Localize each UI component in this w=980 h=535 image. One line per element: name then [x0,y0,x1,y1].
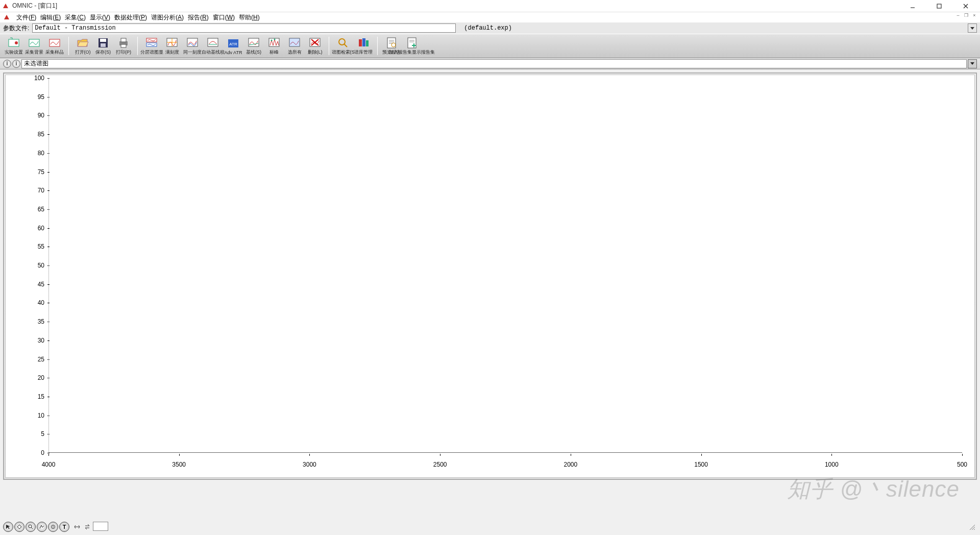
svg-marker-0 [3,4,8,8]
y-tick-label: 90 [9,112,44,119]
parameter-row: 参数文件: (default.exp) [0,22,980,34]
library-search-button[interactable]: 谱图检索(S [333,35,353,57]
stacked-overlay-button[interactable]: 分层谱图显 [142,35,161,57]
region-tool[interactable] [14,522,24,532]
annotation-tool[interactable] [48,522,58,532]
adv-atr-button[interactable]: ATRAdv ATR [224,36,243,56]
menu-p[interactable]: 数据处理(P) [112,13,149,22]
param-dropdown[interactable] [968,23,977,33]
spectrum-title-input[interactable] [21,59,967,68]
svg-line-51 [31,527,33,529]
x-tick-label: 3000 [303,461,316,468]
library-manage-icon [357,36,370,48]
chart-canvas[interactable]: 0510152025303540455055606570758085909510… [5,75,975,478]
auto-baseline-button[interactable]: 自动基线校 [203,35,223,57]
select-all-icon [288,36,301,48]
save-button[interactable]: 保存(S) [93,35,113,57]
mdi-close[interactable]: × [971,12,978,18]
delete-button[interactable]: 删除(L) [305,35,325,57]
menu-e[interactable]: 编辑(E) [38,13,63,22]
experiment-setup-icon [7,36,20,48]
find-peaks-button[interactable]: 标峰 [264,35,284,57]
select-all-button[interactable]: 选所有 [285,35,304,57]
y-tick-label: 10 [9,412,44,419]
svg-rect-13 [101,43,106,47]
range-expand[interactable] [72,522,82,532]
svg-marker-48 [970,62,974,65]
info-prev-button[interactable]: i [3,60,11,68]
library-manage-button[interactable]: 谱库管理 [354,35,373,57]
chart-frame: 0510152025303540455055606570758085909510… [3,72,977,480]
print-button[interactable]: 打印(P) [114,35,133,57]
y-tick-label: 80 [9,150,44,157]
spectrum-title-row: i i [0,58,980,69]
menu-c[interactable]: 采集(C) [63,13,88,22]
toolbar-label: 分层谱图显 [140,49,163,56]
open-icon [76,36,89,48]
spectrum-title-dropdown[interactable] [968,59,977,68]
minimize-button[interactable] [905,1,920,11]
common-scale-icon [186,36,199,48]
toolbar-label: 满刻度 [165,49,179,56]
main-toolbar: 实验设置采集背景采集样品打开(O)保存(S)打印(P)分层谱图显满刻度同一刻度自… [0,34,980,58]
x-tick-mark [440,454,440,456]
info-next-button[interactable]: i [12,60,20,68]
y-tick-label: 100 [9,75,44,82]
svg-point-28 [271,40,273,41]
toolbar-label: 打开(O) [75,49,91,56]
open-button[interactable]: 打开(O) [73,35,92,57]
menu-h[interactable]: 帮助(H) [237,13,262,22]
stacked-overlay-icon [145,36,158,48]
common-scale-button[interactable]: 同一刻度 [183,35,202,57]
add-report-icon [405,36,419,48]
menu-f[interactable]: 文件(F) [14,13,38,22]
y-tick-label: 0 [9,449,44,456]
resize-handle[interactable] [968,523,978,533]
svg-rect-39 [366,40,369,46]
full-scale-button[interactable]: 满刻度 [162,35,182,57]
x-tick-mark [309,454,310,456]
param-file-input[interactable] [32,23,456,33]
collect-sample-button[interactable]: 采集样品 [45,35,64,57]
svg-marker-49 [6,525,10,529]
find-peaks-icon [267,36,281,48]
add-report-button[interactable]: 加入报告集显示报告集 [402,35,422,57]
zoom-tool[interactable] [26,522,36,532]
menu-a[interactable]: 谱图分析(A) [149,13,186,22]
peak-tool[interactable] [37,522,47,532]
y-tick-label: 65 [9,206,44,213]
experiment-setup-button[interactable]: 实验设置 [4,35,23,57]
x-tick-mark [179,454,180,456]
svg-marker-6 [970,27,974,30]
text-tool[interactable]: T [59,522,69,532]
y-axis: 0510152025303540455055606570758085909510… [6,78,47,453]
collect-background-button[interactable]: 采集背景 [24,35,44,57]
mdi-restore[interactable]: ❐ [963,12,970,18]
toolbar-label: 谱库管理 [354,49,373,56]
toolbar-label: 采集样品 [45,49,64,56]
x-axis: 4000350030002500200015001000500 [48,454,962,477]
y-tick-label: 70 [9,187,44,194]
menu-w[interactable]: 窗口(W) [211,13,237,22]
x-tick-label: 500 [957,461,967,468]
y-tick-label: 30 [9,337,44,344]
maximize-button[interactable] [932,1,946,11]
exp-filename: (default.exp) [459,25,965,32]
baseline-button[interactable]: 基线(S) [244,35,263,57]
menu-r[interactable]: 报告(R) [186,13,211,22]
y-tick-label: 50 [9,262,44,269]
x-tick-label: 2000 [564,461,577,468]
range-value[interactable] [93,522,108,531]
toolbar-label: 实验设置 [5,49,23,56]
range-swap[interactable] [83,522,92,532]
y-tick-label: 85 [9,131,44,138]
toolbar-separator [68,37,69,55]
y-tick-label: 15 [9,393,44,400]
toolbar-label: 采集背景 [25,49,43,56]
mdi-minimize[interactable]: – [954,12,962,18]
svg-marker-5 [4,15,9,19]
menu-v[interactable]: 显示(V) [88,13,112,22]
pointer-tool[interactable] [3,522,13,532]
app-icon [2,3,9,10]
close-button[interactable] [959,1,973,11]
